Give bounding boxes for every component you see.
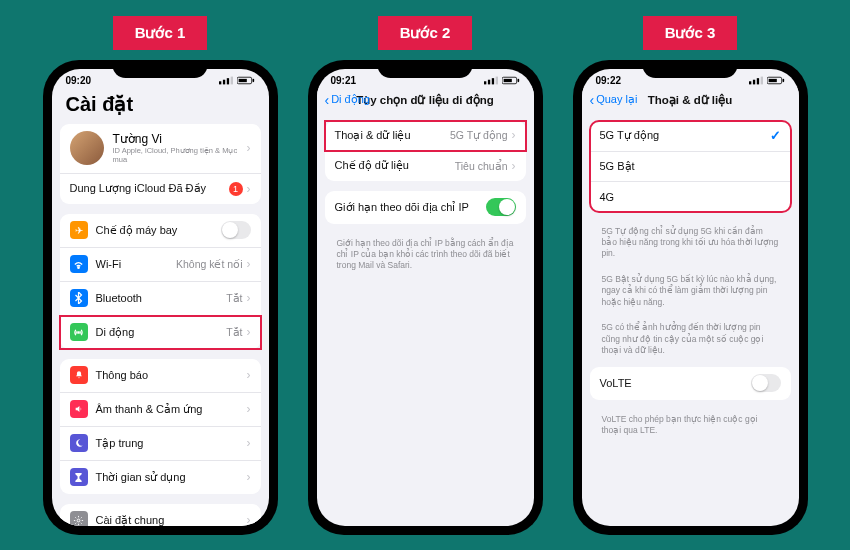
- phone-frame-2: 09:21 ‹ Di động Tùy chọn dữ liệu di động…: [308, 60, 543, 535]
- chevron-right-icon: ›: [512, 159, 516, 173]
- svg-rect-3: [230, 76, 232, 84]
- chevron-right-icon: ›: [247, 436, 251, 450]
- checkmark-icon: ✓: [770, 128, 781, 143]
- ip-limit-row[interactable]: Giới hạn theo dõi địa chỉ IP: [325, 191, 526, 224]
- cellular-row[interactable]: Di động Tắt ›: [60, 316, 261, 349]
- ip-limit-toggle[interactable]: [486, 198, 516, 216]
- chevron-right-icon: ›: [247, 402, 251, 416]
- data-mode-value: Tiêu chuẩn: [455, 160, 508, 172]
- bell-icon: [70, 366, 88, 384]
- badge-count: 1: [229, 182, 243, 196]
- option-5g-on[interactable]: 5G Bật: [590, 152, 791, 182]
- chevron-right-icon: ›: [247, 182, 251, 196]
- bluetooth-icon: [70, 289, 88, 307]
- notch: [643, 60, 738, 78]
- note-5g-on: 5G Bật sử dụng 5G bất kỳ lúc nào khả dụn…: [590, 270, 791, 318]
- hourglass-icon: [70, 468, 88, 486]
- chevron-right-icon: ›: [247, 470, 251, 484]
- focus-row[interactable]: Tập trung ›: [60, 427, 261, 461]
- svg-rect-2: [226, 78, 228, 84]
- option-4g[interactable]: 4G: [590, 182, 791, 212]
- screen-voice-data: 09:22 ‹ Quay lại Thoại & dữ liệu 5G Tự đ…: [582, 69, 799, 526]
- svg-rect-6: [252, 78, 254, 81]
- cellular-label: Di động: [96, 326, 227, 339]
- airplane-toggle[interactable]: [221, 221, 251, 239]
- avatar: [70, 131, 104, 165]
- step-3-badge: Bước 3: [643, 16, 738, 50]
- profile-row[interactable]: Tường Vi ID Apple, iCloud, Phương tiện &…: [60, 124, 261, 174]
- nav-bar: ‹ Di động Tùy chọn dữ liệu di động: [317, 88, 534, 113]
- gear-icon: [70, 511, 88, 526]
- sound-row[interactable]: Âm thanh & Cảm ứng ›: [60, 393, 261, 427]
- icloud-storage-row[interactable]: Dung Lượng iCloud Đã Đầy 1 ›: [60, 174, 261, 204]
- svg-rect-20: [760, 76, 762, 84]
- icloud-label: Dung Lượng iCloud Đã Đầy: [70, 182, 229, 195]
- airplane-row[interactable]: ✈ Chế độ máy bay: [60, 214, 261, 248]
- status-time: 09:20: [66, 75, 92, 86]
- screentime-label: Thời gian sử dụng: [96, 471, 247, 484]
- notif-label: Thông báo: [96, 369, 247, 381]
- wifi-label: Wi-Fi: [96, 258, 176, 270]
- moon-icon: [70, 434, 88, 452]
- ip-footnote: Giới hạn theo dõi địa chỉ IP bằng cách ẩ…: [325, 234, 526, 282]
- step-2-badge: Bước 2: [378, 16, 473, 50]
- svg-rect-13: [495, 76, 497, 84]
- volte-row[interactable]: VoLTE: [590, 367, 791, 400]
- svg-rect-11: [487, 79, 489, 84]
- page-title: Cài đặt: [52, 88, 269, 124]
- voice-data-label: Thoại & dữ liệu: [335, 129, 450, 142]
- nav-bar: ‹ Quay lại Thoại & dữ liệu: [582, 88, 799, 113]
- status-time: 09:22: [596, 75, 622, 86]
- screentime-row[interactable]: Thời gian sử dụng ›: [60, 461, 261, 494]
- airplane-icon: ✈: [70, 221, 88, 239]
- wifi-value: Không kết nối: [176, 258, 243, 270]
- back-button[interactable]: ‹ Quay lại: [590, 92, 638, 108]
- svg-rect-5: [238, 78, 246, 81]
- data-mode-label: Chế độ dữ liệu: [335, 159, 455, 172]
- bluetooth-row[interactable]: Bluetooth Tắt ›: [60, 282, 261, 316]
- note-5g-general: 5G có thể ảnh hưởng đến thời lượng pin c…: [590, 318, 791, 366]
- general-row[interactable]: Cài đặt chung ›: [60, 504, 261, 526]
- speaker-icon: [70, 400, 88, 418]
- back-button[interactable]: ‹ Di động: [325, 92, 370, 108]
- svg-point-8: [78, 331, 79, 332]
- chevron-right-icon: ›: [512, 128, 516, 142]
- svg-rect-18: [752, 79, 754, 84]
- profile-name: Tường Vi: [113, 132, 247, 146]
- airplane-label: Chế độ máy bay: [96, 224, 221, 237]
- screen-cellular-options: 09:21 ‹ Di động Tùy chọn dữ liệu di động…: [317, 69, 534, 526]
- status-time: 09:21: [331, 75, 357, 86]
- phone-frame-1: 09:20 Cài đặt Tường Vi ID Apple, iCloud,…: [43, 60, 278, 535]
- volte-label: VoLTE: [600, 377, 751, 389]
- data-mode-row[interactable]: Chế độ dữ liệu Tiêu chuẩn ›: [325, 151, 526, 181]
- svg-rect-16: [517, 78, 519, 81]
- phone-frame-3: 09:22 ‹ Quay lại Thoại & dữ liệu 5G Tự đ…: [573, 60, 808, 535]
- svg-rect-12: [491, 78, 493, 84]
- back-label: Di động: [331, 93, 370, 106]
- chevron-right-icon: ›: [247, 513, 251, 526]
- svg-rect-19: [756, 78, 758, 84]
- ip-limit-label: Giới hạn theo dõi địa chỉ IP: [335, 201, 486, 214]
- option-5g-auto[interactable]: 5G Tự động ✓: [590, 121, 791, 152]
- svg-rect-23: [782, 78, 784, 81]
- volte-toggle[interactable]: [751, 374, 781, 392]
- step-1-badge: Bước 1: [113, 16, 208, 50]
- screen-settings: 09:20 Cài đặt Tường Vi ID Apple, iCloud,…: [52, 69, 269, 526]
- sound-label: Âm thanh & Cảm ứng: [96, 403, 247, 416]
- chevron-right-icon: ›: [247, 325, 251, 339]
- notifications-row[interactable]: Thông báo ›: [60, 359, 261, 393]
- chevron-right-icon: ›: [247, 257, 251, 271]
- volte-note: VoLTE cho phép bạn thực hiện cuộc gọi th…: [590, 410, 791, 447]
- profile-sub: ID Apple, iCloud, Phương tiện & Mục mua: [113, 146, 247, 164]
- chevron-right-icon: ›: [247, 141, 251, 155]
- status-indicators: [219, 76, 255, 85]
- cellular-icon: [70, 323, 88, 341]
- status-indicators: [749, 76, 785, 85]
- cellular-value: Tắt: [226, 326, 242, 338]
- chevron-left-icon: ‹: [590, 92, 595, 108]
- opt-label: 4G: [600, 191, 781, 203]
- chevron-right-icon: ›: [247, 291, 251, 305]
- chevron-right-icon: ›: [247, 368, 251, 382]
- wifi-row[interactable]: Wi-Fi Không kết nối ›: [60, 248, 261, 282]
- voice-data-row[interactable]: Thoại & dữ liệu 5G Tự động ›: [325, 121, 526, 151]
